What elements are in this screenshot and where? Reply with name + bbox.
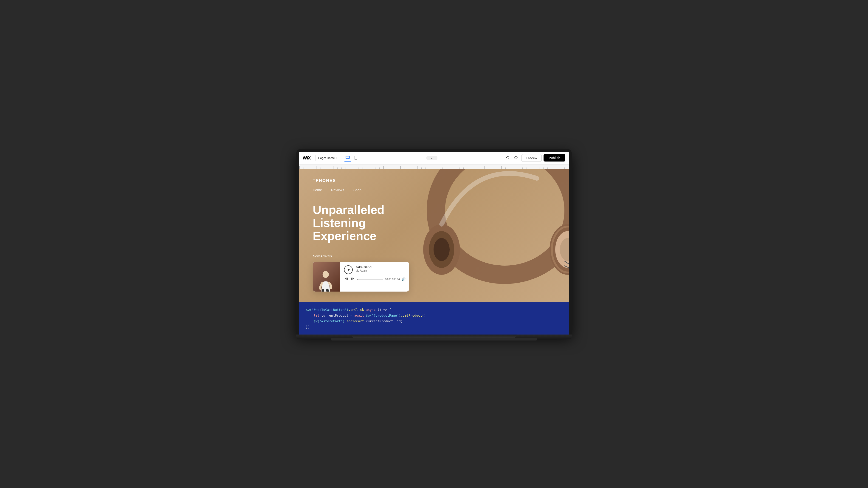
play-button[interactable] bbox=[344, 265, 353, 274]
mobile-icon bbox=[354, 156, 357, 160]
collapse-arrow-icon: ▲ bbox=[431, 157, 433, 159]
wix-logo: WiX bbox=[303, 155, 311, 161]
redo-button[interactable] bbox=[512, 154, 520, 162]
skip-forward-button[interactable] bbox=[350, 277, 355, 282]
svg-rect-0 bbox=[346, 156, 349, 159]
code-line-3: $w('#storeCart').addToCart(currentProduc… bbox=[306, 318, 562, 324]
skip-forward-icon bbox=[351, 277, 354, 281]
site-brand: TPHONES bbox=[313, 178, 555, 183]
svg-marker-17 bbox=[345, 278, 346, 280]
page-selector-label: Page: Home bbox=[318, 156, 335, 160]
page-selector[interactable]: Page: Home ▾ bbox=[315, 154, 340, 161]
site-nav-divider bbox=[313, 185, 396, 185]
desktop-view-button[interactable] bbox=[344, 154, 351, 162]
nav-link-shop[interactable]: Shop bbox=[353, 188, 362, 192]
preview-button[interactable]: Preview bbox=[522, 154, 542, 162]
svg-marker-20 bbox=[353, 278, 354, 280]
player-time: 00:00 / 03:04 bbox=[385, 278, 400, 281]
site-content: TPHONES Home Reviews Shop Unparalleled L… bbox=[299, 169, 569, 301]
code-line-1: $w('#addToCartButton').onClick(async () … bbox=[306, 307, 562, 313]
music-player-card: Jake Blind Me Again bbox=[313, 262, 409, 292]
ruler bbox=[299, 165, 569, 169]
laptop-screen: WiX Page: Home ▾ bbox=[299, 152, 569, 335]
laptop-foot bbox=[331, 338, 537, 341]
collapse-handle[interactable]: ▲ bbox=[426, 156, 438, 160]
headline-line2: Listening Experience bbox=[313, 216, 377, 242]
volume-icon[interactable]: 🔊 bbox=[402, 277, 405, 281]
nav-link-reviews[interactable]: Reviews bbox=[331, 188, 344, 192]
site-headline: Unparalleled Listening Experience bbox=[313, 203, 428, 243]
progress-bar[interactable] bbox=[357, 279, 383, 280]
website-canvas: TPHONES Home Reviews Shop Unparalleled L… bbox=[299, 169, 569, 303]
code-line-4: }) bbox=[306, 324, 562, 330]
collapse-bar: ▲ bbox=[362, 156, 501, 160]
undo-redo bbox=[504, 154, 520, 162]
device-buttons bbox=[344, 154, 360, 162]
skip-back-icon bbox=[344, 277, 348, 281]
code-line-2: let currentProduct = await $w('#productP… bbox=[306, 313, 562, 318]
svg-point-5 bbox=[356, 159, 356, 159]
chevron-down-icon: ▾ bbox=[336, 157, 337, 159]
undo-button[interactable] bbox=[504, 154, 512, 162]
player-thumbnail-art bbox=[316, 269, 337, 292]
nav-link-home[interactable]: Home bbox=[313, 188, 322, 192]
site-nav: Home Reviews Shop bbox=[313, 188, 555, 192]
laptop-container: WiX Page: Home ▾ bbox=[296, 149, 572, 339]
player-controls-row: Jake Blind Me Again bbox=[344, 265, 405, 274]
code-panel: $w('#addToCartButton').onClick(async () … bbox=[299, 303, 569, 335]
undo-icon bbox=[506, 156, 509, 160]
new-arrivals-label: New Arrivals bbox=[313, 254, 555, 258]
skip-back-button[interactable] bbox=[344, 277, 348, 282]
laptop-screen-bezel: WiX Page: Home ▾ bbox=[296, 149, 572, 335]
play-triangle-icon bbox=[348, 268, 350, 271]
redo-icon bbox=[514, 156, 518, 160]
player-right: Jake Blind Me Again bbox=[340, 262, 409, 292]
laptop-base bbox=[296, 335, 572, 339]
publish-button[interactable]: Publish bbox=[544, 154, 565, 162]
topbar: WiX Page: Home ▾ bbox=[299, 152, 569, 165]
player-artist: Jake Blind bbox=[355, 265, 372, 269]
player-track: Me Again bbox=[355, 269, 372, 272]
laptop-stand bbox=[351, 335, 517, 338]
svg-point-16 bbox=[322, 271, 329, 278]
topbar-right: Preview Publish bbox=[504, 154, 565, 162]
player-bottom-row: 00:00 / 03:04 🔊 bbox=[344, 277, 405, 282]
desktop-icon bbox=[346, 156, 350, 159]
mobile-view-button[interactable] bbox=[352, 154, 360, 162]
player-track-info: Jake Blind Me Again bbox=[355, 265, 372, 272]
headline-line1: Unparalleled bbox=[313, 203, 384, 217]
player-thumbnail bbox=[313, 262, 340, 292]
progress-fill bbox=[357, 279, 358, 280]
